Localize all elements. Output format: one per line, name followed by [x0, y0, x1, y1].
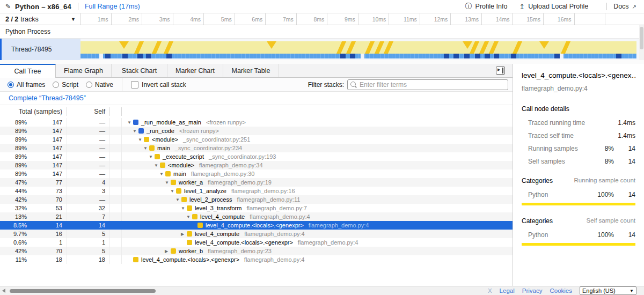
tab-stack-chart[interactable]: Stack Chart: [112, 64, 167, 77]
profile-info-button[interactable]: ⓘ Profile Info: [465, 2, 508, 11]
panel-tab-bar: Call TreeFlame GraphStack ChartMarker Ch…: [0, 64, 513, 78]
table-row[interactable]: 89%147—▼<module>_sync_coordinator.py:251: [0, 135, 513, 144]
column-total-samples[interactable]: Total (samples): [0, 107, 67, 116]
marker-triangle[interactable]: [267, 41, 276, 49]
row-function-cell: ▼_run_code<frozen runpy>: [122, 128, 513, 134]
horizontal-scrollbar-thumb[interactable]: [10, 289, 156, 293]
table-row[interactable]: 47%774▼worker_aflamegraph_demo.py:19: [0, 178, 513, 187]
marker-slash[interactable]: [375, 41, 384, 54]
radio-script[interactable]: [53, 82, 59, 88]
table-row[interactable]: 42%705▶worker_bflamegraph_demo.py:23: [0, 247, 513, 255]
marker-track[interactable]: [80, 41, 636, 54]
invert-call-stack-checkbox[interactable]: [131, 81, 138, 88]
collapse-arrow-icon[interactable]: ▼: [127, 120, 133, 125]
collapse-arrow-icon[interactable]: ▼: [170, 189, 176, 194]
table-row[interactable]: 89%147—▼<module>flamegraph_demo.py:34: [0, 161, 513, 169]
marker-triangle[interactable]: [539, 41, 549, 49]
tab-marker-chart[interactable]: Marker Chart: [167, 64, 223, 77]
row-total-samples: 147: [27, 152, 67, 161]
table-row[interactable]: 89%147—▼_execute_script_sync_coordinator…: [0, 152, 513, 161]
category-row: Python100%14: [522, 191, 635, 198]
sample-dark-segment: [485, 54, 490, 58]
complete-thread-link[interactable]: Complete “Thread-78495”: [9, 94, 86, 102]
marker-slash[interactable]: [384, 41, 393, 54]
function-file: flamegraph_demo.py:4: [298, 239, 358, 246]
marker-triangle[interactable]: [119, 41, 129, 49]
marker-slash[interactable]: [513, 41, 522, 54]
marker-slash[interactable]: [134, 41, 144, 54]
marker-slash[interactable]: [561, 41, 570, 54]
radio-all-frames[interactable]: [8, 82, 14, 88]
table-row[interactable]: 13%217▼level_4_computeflamegraph_demo.py…: [0, 212, 513, 221]
table-row[interactable]: 42%70—▼level_2_processflamegraph_demo.py…: [0, 195, 513, 204]
tab-call-tree[interactable]: Call Tree: [0, 64, 56, 78]
collapse-arrow-icon[interactable]: ▼: [133, 129, 138, 134]
collapse-arrow-icon[interactable]: ▼: [154, 163, 160, 168]
marker-slash[interactable]: [479, 41, 489, 54]
divider: [122, 78, 122, 91]
thread-track-label[interactable]: Thread-78495: [0, 39, 80, 60]
table-row[interactable]: 89%147—▼main_sync_coordinator.py:234: [0, 144, 513, 152]
language-select[interactable]: English (US) ▼: [580, 286, 636, 295]
row-function-cell: ▶level_4_computeflamegraph_demo.py:4: [122, 231, 513, 237]
table-row[interactable]: 8.5%1414level_4_compute.<locals>.<genexp…: [0, 221, 513, 230]
marker-slash[interactable]: [336, 41, 346, 54]
row-icon-cell: [110, 204, 122, 212]
upload-profile-button[interactable]: ↥ Upload Local Profile: [519, 3, 588, 11]
thread-activity-graph[interactable]: [80, 39, 644, 60]
tab-marker-table[interactable]: Marker Table: [223, 64, 279, 77]
column-self[interactable]: Self: [67, 107, 110, 116]
expand-arrow-icon[interactable]: ▶: [181, 232, 187, 237]
collapse-arrow-icon[interactable]: ▼: [149, 154, 155, 159]
table-row[interactable]: 89%147—▼mainflamegraph_demo.py:30: [0, 169, 513, 178]
marker-triangle[interactable]: [463, 41, 472, 49]
marker-slash[interactable]: [152, 41, 162, 54]
tracks-vertical-scrollbar[interactable]: [639, 25, 644, 60]
call-tree-toolbar: All framesScriptNative Invert call stack…: [0, 78, 513, 92]
detail-percent: 8%: [591, 145, 614, 152]
function-name: <module>: [168, 162, 194, 168]
scroll-left-arrow-icon[interactable]: [2, 289, 5, 293]
table-row[interactable]: 9.7%165▶level_4_computeflamegraph_demo.p…: [0, 230, 513, 238]
process-track-label[interactable]: Python Process: [0, 25, 644, 39]
table-row[interactable]: 0.6%11level_4_compute.<locals>.<genexpr>…: [0, 238, 513, 247]
collapse-arrow-icon[interactable]: ▼: [181, 206, 187, 211]
collapse-arrow-icon[interactable]: ▼: [138, 137, 144, 142]
filter-input[interactable]: [347, 79, 508, 90]
table-row[interactable]: 44%733▼level_1_analyzeflamegraph_demo.py…: [0, 187, 513, 195]
footer-link-cookies[interactable]: Cookies: [550, 287, 572, 294]
row-icon-cell: [110, 144, 122, 152]
sidebar-toggle-icon[interactable]: [496, 67, 505, 75]
marker-slash[interactable]: [365, 41, 375, 54]
marker-slash[interactable]: [489, 41, 499, 54]
sample-track[interactable]: [80, 54, 636, 58]
marker-slash[interactable]: [164, 41, 173, 54]
table-row[interactable]: 32%5332▼level_3_transformflamegraph_demo…: [0, 204, 513, 212]
footer-link-legal[interactable]: Legal: [500, 287, 515, 294]
table-row[interactable]: 89%147—▼_run_module_as_main<frozen runpy…: [0, 118, 513, 127]
row-total-percent: 8.5%: [0, 222, 27, 228]
tab-flame-graph[interactable]: Flame Graph: [56, 64, 112, 77]
footer-link-x[interactable]: X: [488, 287, 492, 294]
collapse-arrow-icon[interactable]: ▼: [186, 215, 192, 219]
tracks-dropdown[interactable]: 2 / 2 tracks ▼: [0, 13, 80, 25]
footer-link-privacy[interactable]: Privacy: [522, 287, 543, 294]
row-icon-cell: [110, 230, 122, 238]
collapse-arrow-icon[interactable]: ▼: [159, 172, 165, 176]
table-row[interactable]: 11%1818level_4_compute.<locals>.<genexpr…: [0, 255, 513, 264]
collapse-arrow-icon[interactable]: ▼: [143, 146, 149, 151]
edit-profile-name-icon[interactable]: ✎: [5, 3, 11, 10]
full-range-button[interactable]: Full Range (17ms): [85, 3, 140, 10]
collapse-arrow-icon[interactable]: ▼: [165, 180, 171, 185]
row-function-cell: ▼<module>flamegraph_demo.py:34: [122, 162, 513, 168]
radio-native[interactable]: [86, 82, 92, 88]
marker-slash[interactable]: [346, 41, 356, 54]
collapse-arrow-icon[interactable]: ▼: [175, 197, 181, 202]
external-link-icon: ↗: [632, 4, 636, 10]
expand-arrow-icon[interactable]: ▶: [165, 249, 171, 254]
row-total-percent: 9.7%: [0, 231, 27, 237]
table-row[interactable]: 89%147—▼_run_code<frozen runpy>: [0, 127, 513, 135]
row-total-percent: 47%: [0, 179, 27, 186]
docs-link[interactable]: Docs ↗: [613, 3, 636, 10]
ruler-tick: 14ms: [482, 13, 513, 25]
